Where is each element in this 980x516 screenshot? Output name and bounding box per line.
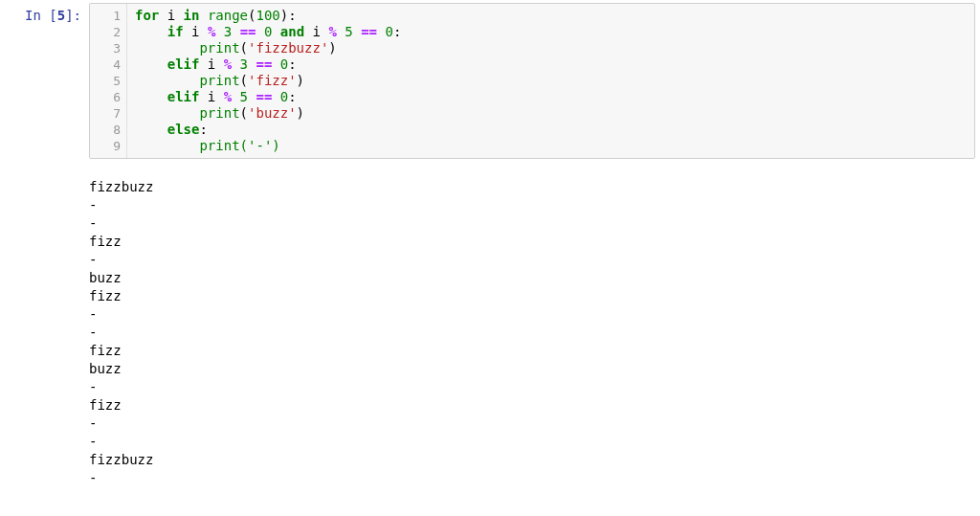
output-row: fizzbuzz - - fizz - buzz fizz - - fizz b… bbox=[0, 159, 980, 501]
code-line[interactable]: if i % 3 == 0 and i % 5 == 0: bbox=[135, 24, 967, 40]
line-number-gutter: 123456789 bbox=[90, 4, 127, 158]
input-prompt: In [5]: bbox=[5, 3, 89, 24]
prompt-exec-count: 5 bbox=[57, 8, 65, 23]
code-line[interactable]: print('-') bbox=[135, 138, 967, 154]
line-number: 5 bbox=[90, 73, 121, 89]
code-cell: In [5]: 123456789 for i in range(100): i… bbox=[0, 0, 980, 159]
code-editor[interactable]: for i in range(100): if i % 3 == 0 and i… bbox=[127, 4, 974, 158]
line-number: 1 bbox=[90, 8, 121, 24]
code-line[interactable]: elif i % 5 == 0: bbox=[135, 89, 967, 105]
line-number: 6 bbox=[90, 89, 121, 105]
code-line[interactable]: for i in range(100): bbox=[135, 8, 967, 24]
code-line[interactable]: else: bbox=[135, 122, 967, 138]
prompt-in-label: In [ bbox=[25, 8, 57, 23]
line-number: 8 bbox=[90, 122, 121, 138]
line-number: 9 bbox=[90, 138, 121, 154]
code-line[interactable]: print('fizzbuzz') bbox=[135, 40, 967, 56]
code-line[interactable]: elif i % 3 == 0: bbox=[135, 56, 967, 73]
line-number: 3 bbox=[90, 40, 121, 56]
line-number: 4 bbox=[90, 56, 121, 73]
code-line[interactable]: print('buzz') bbox=[135, 105, 967, 122]
stdout-output: fizzbuzz - - fizz - buzz fizz - - fizz b… bbox=[81, 172, 975, 487]
code-line[interactable]: print('fizz') bbox=[135, 73, 967, 89]
line-number: 2 bbox=[90, 24, 121, 40]
prompt-close: ]: bbox=[65, 8, 81, 23]
code-input-area[interactable]: 123456789 for i in range(100): if i % 3 … bbox=[89, 3, 975, 159]
line-number: 7 bbox=[90, 105, 121, 122]
